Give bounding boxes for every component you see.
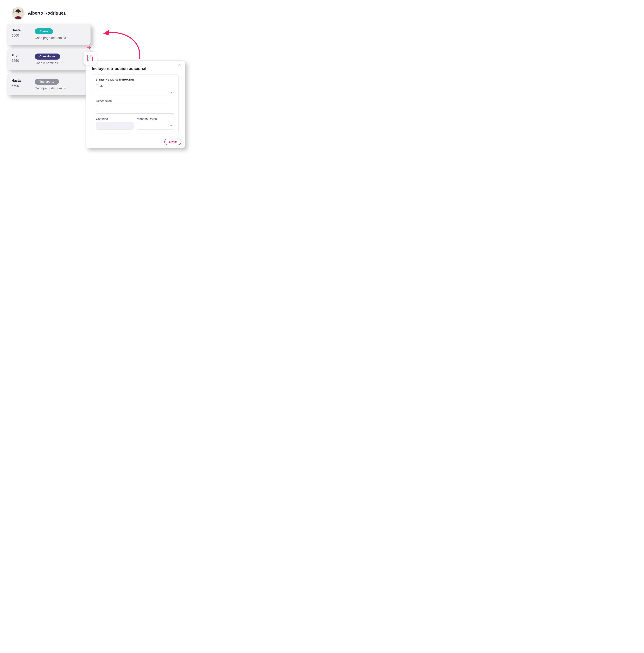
comp-category-chip: Comisiones [35,53,60,59]
card-divider [30,28,30,40]
step-define-compensation: 1. DEFINE LA RETRIBUCIÓN Título Descripc… [92,74,179,134]
profile-header: Alberto Rodriguez [12,7,203,20]
svg-point-11 [88,59,89,59]
currency-select[interactable] [137,122,174,129]
comp-type-label: Fijo [11,53,28,57]
comp-category-chip: Bonus [35,28,53,34]
submit-button[interactable]: Enviar [164,139,181,145]
svg-rect-1 [13,8,14,13]
comp-frequency: Cada pago de nómina [35,36,66,40]
avatar [12,7,24,20]
svg-point-13 [88,60,89,61]
comp-type-label: Hasta [11,28,28,32]
svg-marker-8 [103,30,109,35]
amount-field-label: Cantidad [96,117,133,121]
amount-input[interactable] [96,122,133,129]
comp-category-chip: Transporte [35,79,59,85]
compensation-card-list: Hasta €500 Bonus Cada pago de nómina Fij… [7,24,91,95]
comp-type-label: Hasta [11,79,28,82]
description-textarea[interactable] [96,104,174,114]
title-select[interactable] [96,89,174,96]
close-icon: ✕ [178,63,181,67]
comp-amount-value: €250 [11,59,28,63]
title-field-label: Título [96,84,174,88]
compensation-card[interactable]: Hasta €500 Transporte Cada pago de nómin… [7,74,91,95]
compensation-card[interactable]: Hasta €500 Bonus Cada pago de nómina [7,24,91,45]
svg-rect-2 [23,8,23,13]
currency-field-label: Moneda/Divisa [137,117,174,121]
arrow-right-icon [86,45,91,51]
profile-name: Alberto Rodriguez [28,10,66,16]
description-field-label: Descripción [96,99,174,103]
comp-amount-value: €500 [11,84,28,88]
svg-point-9 [88,57,89,58]
comp-amount-value: €500 [11,33,28,38]
step-heading: 1. DEFINE LA RETRIBUCIÓN [96,78,174,81]
add-compensation-modal: ✕ Incluye retribución adicional 1. DEFIN… [85,61,185,148]
flow-arrow-icon [101,27,144,61]
compensation-card[interactable]: Fijo €250 Comisiones Cada 3 nóminas [7,49,91,70]
close-button[interactable]: ✕ [177,63,182,67]
comp-frequency: Cada 3 nóminas [35,61,58,65]
card-divider [30,79,30,90]
comp-frequency: Cada pago de nómina [35,87,66,90]
card-divider [30,53,30,65]
document-list-icon [83,52,97,65]
modal-title: Incluye retribución adicional [92,66,179,71]
